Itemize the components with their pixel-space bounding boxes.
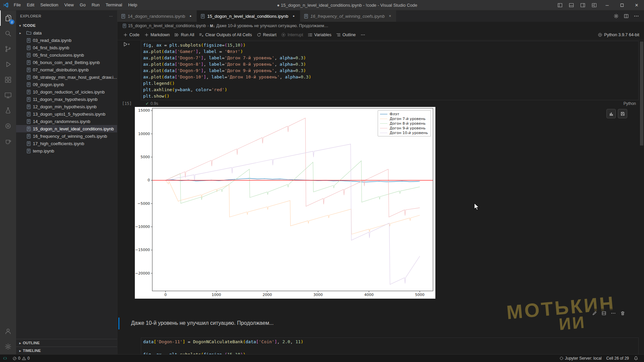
- folder-data[interactable]: ▸ data: [16, 29, 117, 37]
- markdown-cell[interactable]: Даже 10-й уровень не улучшил ситуацию. П…: [117, 317, 639, 329]
- pane-timeline[interactable]: ▸TIMELINE: [16, 347, 117, 354]
- menu-go[interactable]: Go: [77, 0, 89, 10]
- code-line[interactable]: ax.plot(data['Dogon-10'], label='Догон 1…: [143, 74, 638, 80]
- file-17_high_coefficients.ipynb[interactable]: 17_high_coefficients.ipynb: [16, 140, 117, 147]
- pane-outline[interactable]: ▸OUTLINE: [16, 339, 117, 347]
- toolbar-markdown[interactable]: Markdown: [142, 32, 172, 38]
- activity-explorer[interactable]: 2: [0, 10, 16, 26]
- file-temp.ipynb[interactable]: temp.ipynb: [16, 147, 117, 155]
- breadcrumb-file[interactable]: 15_dogon_n_level_ideal_conditions.ipynb: [128, 23, 206, 28]
- editor-more-actions-icon[interactable]: [632, 12, 641, 20]
- activity-settings[interactable]: [0, 339, 16, 354]
- toolbar-restart[interactable]: Restart: [254, 32, 279, 38]
- file-07_normal_distribution.ipynb[interactable]: 07_normal_distribution.ipynb: [16, 66, 117, 73]
- toggle-sidebar-icon[interactable]: [554, 0, 566, 10]
- code-line[interactable]: ax.plot(data['Dogon-7'], label='Догон 7-…: [143, 55, 638, 61]
- code-line[interactable]: plt.legend(): [143, 80, 638, 86]
- sidebar-more-icon[interactable]: ⋯: [109, 14, 113, 18]
- menu-view[interactable]: View: [61, 0, 77, 10]
- tab-16_frequency_of_winning_coefs.ipynb[interactable]: 16_frequency_of_winning_coefs.ipynb×: [300, 10, 396, 22]
- close-button[interactable]: ✕: [629, 0, 644, 10]
- activity-testing[interactable]: [0, 103, 16, 118]
- file-05_first_conclusions.ipynb[interactable]: 05_first_conclusions.ipynb: [16, 51, 117, 59]
- code-line[interactable]: plt.axhline(y=bank, color='red'): [143, 86, 638, 93]
- activity-source-control[interactable]: [0, 41, 16, 57]
- menu-edit[interactable]: Edit: [24, 0, 37, 10]
- activity-account[interactable]: [0, 323, 16, 339]
- tab-dirty-dot[interactable]: ●: [291, 14, 297, 18]
- customize-layout-icon[interactable]: [588, 0, 600, 10]
- menu-help[interactable]: Help: [125, 0, 140, 10]
- notifications-bell[interactable]: [631, 355, 641, 362]
- code-line[interactable]: ax.plot(data['Gamer'], label = 'Флэт'): [143, 48, 638, 55]
- notebook-settings-icon[interactable]: [612, 12, 621, 20]
- file-12_dogon_min_hypothesis.ipynb[interactable]: 12_dogon_min_hypothesis.ipynb: [16, 103, 117, 110]
- notebook-scrollbar[interactable]: [639, 40, 644, 354]
- file-11_dogon_max_hypothesis.ipynb[interactable]: 11_dogon_max_hypothesis.ipynb: [16, 96, 117, 103]
- breadcrumb[interactable]: 15_dogon_n_level_ideal_conditions.ipynb …: [117, 22, 644, 30]
- toolbar-run-all[interactable]: Run All: [172, 32, 197, 38]
- code-line[interactable]: ax.plot(data['Dogon-9'], label='Догон 9-…: [143, 67, 638, 74]
- code-line[interactable]: fig, ax = plt.subplots(figsize=(15,10)): [143, 351, 638, 354]
- file-09_dogon.ipynb[interactable]: 09_dogon.ipynb: [16, 81, 117, 88]
- toggle-panel-icon[interactable]: [566, 0, 577, 10]
- file-16_frequency_of_winning_coefs.ipynb[interactable]: 16_frequency_of_winning_coefs.ipynb: [16, 132, 117, 140]
- code-cell-2[interactable]: data['Dogon-11'] = DogonNCalculateBank(d…: [117, 338, 639, 354]
- toolbar-variables[interactable]: Variables: [306, 32, 334, 38]
- activity-extensions[interactable]: [0, 72, 16, 87]
- toggle-secondary-sidebar-icon[interactable]: [577, 0, 588, 10]
- toolbar-outline[interactable]: Outline: [334, 32, 358, 38]
- activity-jupyter[interactable]: [0, 118, 16, 134]
- code-editor[interactable]: fig, ax = plt.subplots(figsize=(15,10))a…: [141, 41, 639, 100]
- tab-15_dogon_n_level_ideal_conditions.ipynb[interactable]: 15_dogon_n_level_ideal_conditions.ipynb●: [197, 10, 300, 22]
- jupyter-server-status[interactable]: Jupyter Server: local: [557, 355, 604, 362]
- code-cell-1[interactable]: ▾ fig, ax = plt.subplots(figsize=(15,10)…: [117, 41, 639, 100]
- code-line[interactable]: data['Dogon-11'] = DogonNCalculateBank(d…: [143, 339, 638, 345]
- toolbar-more[interactable]: [358, 32, 368, 38]
- run-dropdown-icon[interactable]: ▾: [128, 43, 130, 46]
- file-10_dogon_reduction_of_icicles.ipynb[interactable]: 10_dogon_reduction_of_icicles.ipynb: [16, 88, 117, 96]
- tab-14_dogon_randomness.ipynb[interactable]: 14_dogon_randomness.ipynb●: [117, 10, 197, 22]
- minimize-button[interactable]: ─: [600, 0, 614, 10]
- menu-terminal[interactable]: Terminal: [103, 0, 125, 10]
- tab-dirty-dot[interactable]: ●: [188, 14, 193, 18]
- activity-gather[interactable]: [0, 134, 16, 149]
- code-line[interactable]: fig, ax = plt.subplots(figsize=(15,10)): [143, 42, 638, 48]
- workspace-section[interactable]: ▾ !CODE: [16, 22, 117, 29]
- menu-run[interactable]: Run: [89, 0, 103, 10]
- code-line[interactable]: plt.show(): [143, 93, 638, 99]
- file-13_dogon_upto1_5_hypothesis.ipynb[interactable]: 13_dogon_upto1_5_hypothesis.ipynb: [16, 110, 117, 118]
- kernel-picker[interactable]: Python 3.9.7 64-bit: [598, 33, 644, 37]
- cell-position-status[interactable]: Cell 26 of 29: [604, 355, 631, 362]
- run-cell-button[interactable]: ▾: [123, 42, 130, 47]
- activity-search[interactable]: [0, 26, 16, 41]
- edit-cell-icon[interactable]: [590, 309, 598, 317]
- file-15_dogon_n_level_ideal_conditions.ipynb[interactable]: 15_dogon_n_level_ideal_conditions.ipynb: [16, 125, 117, 132]
- file-14_dogon_randomness.ipynb[interactable]: 14_dogon_randomness.ipynb: [16, 118, 117, 125]
- delete-cell-icon[interactable]: [619, 309, 627, 317]
- menu-selection[interactable]: Selection: [37, 0, 61, 10]
- save-plot-icon[interactable]: [618, 109, 627, 118]
- split-editor-icon[interactable]: [622, 12, 631, 20]
- maximize-button[interactable]: [614, 0, 629, 10]
- code-editor[interactable]: data['Dogon-11'] = DogonNCalculateBank(d…: [141, 338, 639, 354]
- menu-file[interactable]: File: [11, 0, 24, 10]
- activity-remote-explorer[interactable]: [0, 87, 16, 103]
- cell-more-actions-icon[interactable]: [609, 309, 617, 317]
- file-03_read_data.ipynb[interactable]: 03_read_data.ipynb: [16, 37, 117, 44]
- file-08_strategy_min_max_host_guest_draw.i...[interactable]: 08_strategy_min_max_host_guest_draw.i...: [16, 73, 117, 81]
- toolbar-interrupt[interactable]: Interrupt: [279, 32, 306, 38]
- split-cell-icon[interactable]: [600, 309, 608, 317]
- code-line[interactable]: [143, 345, 638, 351]
- breadcrumb-cell[interactable]: Даже 10-й уровень не улучшил ситуацию. П…: [216, 23, 328, 28]
- scrollbar-thumb[interactable]: [640, 42, 643, 145]
- problems-indicator[interactable]: 0 0: [10, 355, 32, 362]
- toolbar-code[interactable]: Code: [121, 32, 142, 38]
- markdown-text[interactable]: Даже 10-й уровень не улучшил ситуацию. П…: [117, 317, 639, 326]
- remote-indicator[interactable]: [0, 355, 10, 362]
- file-06_bonus_coin_and_Betting.ipynb[interactable]: 06_bonus_coin_and_Betting.ipynb: [16, 59, 117, 66]
- code-line[interactable]: ax.plot(data['Dogon-8'], label='Догон 8-…: [143, 61, 638, 67]
- tab-close-icon[interactable]: ×: [387, 14, 393, 18]
- file-04_first_bids.ipynb[interactable]: 04_first_bids.ipynb: [16, 44, 117, 51]
- activity-run-debug[interactable]: [0, 57, 16, 72]
